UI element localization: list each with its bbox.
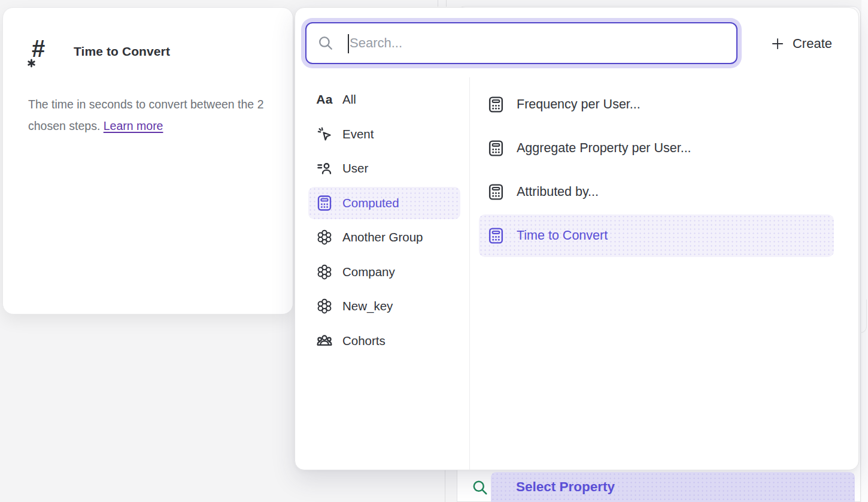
user-icon bbox=[315, 159, 333, 177]
calculator-icon bbox=[487, 183, 505, 201]
result-list: Frequency per User... Aggregate Property… bbox=[479, 83, 834, 258]
metric-picker-dropdown: Create Aa All Event bbox=[295, 7, 859, 470]
category-company[interactable]: Company bbox=[308, 256, 460, 288]
plus-icon bbox=[770, 36, 785, 52]
result-aggregate-property-per-user[interactable]: Aggregate Property per User... bbox=[479, 127, 834, 170]
select-property-field[interactable]: Select Property bbox=[491, 472, 855, 502]
result-frequency-per-user[interactable]: Frequency per User... bbox=[479, 83, 834, 126]
property-search-icon bbox=[471, 479, 489, 497]
computed-number-icon: # bbox=[28, 37, 54, 66]
category-user[interactable]: User bbox=[308, 152, 460, 185]
calculator-icon bbox=[487, 226, 505, 245]
screen: # Time to Convert The time in seconds to… bbox=[0, 0, 868, 502]
category-another-group[interactable]: Another Group bbox=[308, 221, 460, 253]
tooltip-header: # Time to Convert bbox=[28, 37, 170, 66]
property-tooltip-card: # Time to Convert The time in seconds to… bbox=[2, 7, 293, 314]
calculator-icon bbox=[487, 139, 505, 158]
result-time-to-convert[interactable]: Time to Convert bbox=[479, 214, 834, 257]
group-cluster-icon bbox=[315, 297, 333, 315]
create-button-label: Create bbox=[793, 36, 832, 52]
search-icon bbox=[317, 35, 334, 52]
learn-more-link[interactable]: Learn more bbox=[104, 119, 163, 132]
people-icon bbox=[315, 332, 333, 350]
background-card-corner bbox=[860, 300, 867, 333]
background-right-strip bbox=[861, 0, 868, 502]
calculator-icon bbox=[487, 95, 505, 114]
category-new-key[interactable]: New_key bbox=[308, 290, 460, 322]
group-cluster-icon bbox=[315, 263, 333, 281]
column-divider bbox=[469, 77, 470, 470]
cursor-click-icon bbox=[315, 125, 333, 143]
background-divider-line bbox=[446, 0, 447, 7]
category-event[interactable]: Event bbox=[308, 118, 460, 150]
category-all[interactable]: Aa All bbox=[308, 83, 460, 116]
search-input[interactable] bbox=[342, 25, 726, 62]
tooltip-title: Time to Convert bbox=[74, 44, 170, 59]
tooltip-description: The time in seconds to convert between t… bbox=[28, 93, 274, 137]
background-divider-line bbox=[445, 470, 445, 502]
create-button[interactable]: Create bbox=[770, 32, 832, 56]
calculator-icon bbox=[315, 194, 333, 212]
group-cluster-icon bbox=[315, 228, 333, 246]
category-cohorts[interactable]: Cohorts bbox=[308, 325, 460, 357]
category-computed[interactable]: Computed bbox=[308, 187, 460, 219]
text-format-icon: Aa bbox=[315, 90, 333, 108]
category-list: Aa All Event bbox=[308, 83, 460, 359]
select-property-label: Select Property bbox=[491, 479, 615, 495]
background-divider-line bbox=[438, 0, 438, 7]
search-box[interactable] bbox=[305, 22, 738, 64]
result-attributed-by[interactable]: Attributed by... bbox=[479, 171, 834, 213]
